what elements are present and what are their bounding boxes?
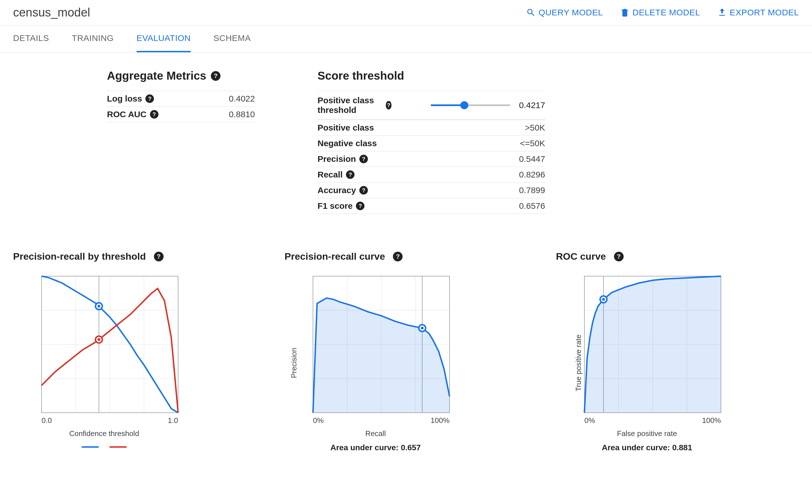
help-icon[interactable]: ? (356, 202, 364, 210)
svg-point-35 (602, 298, 605, 301)
threshold-slider-label: Positive class threshold ? (318, 96, 391, 115)
roc-curve-auc: Area under curve: 0.881 (567, 443, 727, 452)
metric-row: ROC AUC?0.8810 (107, 107, 255, 122)
tabs: DETAILSTRAININGEVALUATIONSCHEMA (0, 25, 812, 52)
metric-label: F1 score? (318, 201, 364, 211)
tab-evaluation[interactable]: EVALUATION (137, 25, 191, 52)
pr-curve-ylabel: Precision (290, 348, 298, 378)
metric-value: <=50K (520, 139, 545, 148)
pr-curve-chart: Precision-recall curve ? Precision 0%100… (285, 251, 527, 452)
metric-value: 0.4022 (229, 94, 255, 104)
metric-value: 0.5447 (519, 154, 545, 164)
precision-legend-swatch (82, 446, 99, 448)
trash-icon (620, 8, 630, 17)
svg-point-23 (421, 327, 424, 329)
metric-label: ROC AUC? (107, 110, 158, 119)
roc-curve-ylabel: True positive rate (574, 334, 583, 391)
metric-value: 0.8296 (519, 170, 545, 179)
delete-model-label: DELETE MODEL (632, 8, 700, 17)
svg-text:100%: 100% (431, 416, 450, 425)
pr-by-threshold-title: Precision-recall by threshold ? (13, 251, 256, 262)
tab-details[interactable]: DETAILS (13, 25, 49, 52)
svg-point-11 (98, 338, 100, 341)
metric-row: Positive class>50K (318, 120, 545, 136)
help-icon[interactable]: ? (150, 110, 158, 119)
help-icon[interactable]: ? (154, 252, 164, 261)
export-icon (717, 8, 727, 17)
query-model-label: QUERY MODEL (539, 8, 603, 17)
svg-text:100%: 100% (702, 416, 721, 425)
svg-text:0%: 0% (313, 416, 324, 425)
metric-value: 0.7899 (519, 185, 545, 195)
score-threshold-title-text: Score threshold (318, 69, 404, 82)
evaluation-content: Aggregate Metrics ? Log loss?0.4022ROC A… (0, 52, 812, 464)
pr-curve-title: Precision-recall curve ? (285, 251, 527, 262)
svg-text:0%: 0% (584, 416, 595, 425)
roc-curve-title: ROC curve ? (556, 251, 799, 262)
roc-curve-chart: ROC curve ? True positive rate 0%100% Fa… (556, 251, 799, 452)
metric-label: Precision? (318, 154, 368, 164)
pr-by-threshold-chart: Precision-recall by threshold ? 0.01.0 C… (13, 251, 256, 452)
help-icon[interactable]: ? (359, 155, 368, 163)
threshold-slider-row: Positive class threshold ? 0.4217 (318, 91, 545, 120)
help-icon[interactable]: ? (346, 170, 355, 179)
metric-label: Negative class (318, 139, 377, 148)
export-model-label: EXPORT MODEL (730, 8, 799, 17)
metric-label: Recall? (318, 170, 355, 179)
header-actions: QUERY MODEL DELETE MODEL EXPORT MODEL (526, 8, 799, 17)
metric-label: Accuracy? (318, 185, 368, 195)
threshold-slider[interactable] (431, 104, 510, 106)
pr-curve-svg: 0%100% (296, 273, 455, 427)
help-icon[interactable]: ? (614, 252, 624, 261)
query-model-button[interactable]: QUERY MODEL (526, 8, 603, 17)
svg-text:1.0: 1.0 (168, 416, 178, 425)
metric-label: Positive class (318, 123, 374, 133)
model-name: census_model (13, 6, 90, 19)
metric-value: 0.8810 (229, 110, 255, 119)
svg-text:0.0: 0.0 (42, 416, 52, 425)
metric-row: Negative class<=50K (318, 136, 545, 151)
score-threshold-title: Score threshold (318, 69, 545, 82)
tab-training[interactable]: TRAINING (72, 25, 114, 52)
metric-row: Log loss?0.4022 (107, 91, 255, 107)
metric-label: Log loss? (107, 94, 154, 104)
svg-point-9 (98, 305, 100, 308)
threshold-slider-value: 0.4217 (519, 100, 545, 110)
metric-value: 0.6576 (519, 201, 545, 211)
pr-by-threshold-svg: 0.01.0 (24, 273, 184, 427)
score-threshold-panel: Score threshold Positive class threshold… (318, 69, 545, 214)
aggregate-metrics-panel: Aggregate Metrics ? Log loss?0.4022ROC A… (107, 69, 255, 214)
export-model-button[interactable]: EXPORT MODEL (717, 8, 799, 17)
help-icon[interactable]: ? (145, 94, 154, 103)
help-icon[interactable]: ? (393, 252, 403, 261)
pr-curve-auc: Area under curve: 0.657 (296, 443, 455, 452)
roc-curve-xlabel: False positive rate (567, 429, 727, 438)
metric-row: F1 score?0.6576 (318, 198, 545, 214)
delete-model-button[interactable]: DELETE MODEL (620, 8, 700, 17)
recall-legend-swatch (110, 446, 127, 448)
header-bar: census_model QUERY MODEL DELETE MODEL EX… (0, 0, 812, 25)
metric-row: Precision?0.5447 (318, 151, 545, 167)
aggregate-metrics-title-text: Aggregate Metrics (107, 69, 206, 82)
metrics-top-row: Aggregate Metrics ? Log loss?0.4022ROC A… (13, 69, 799, 214)
roc-curve-svg: 0%100% (567, 273, 727, 427)
aggregate-metrics-title: Aggregate Metrics ? (107, 69, 255, 82)
metric-value: >50K (525, 123, 545, 133)
help-icon[interactable]: ? (211, 71, 220, 81)
metric-row: Recall?0.8296 (318, 167, 545, 183)
help-icon[interactable]: ? (359, 186, 368, 195)
pr-curve-xlabel: Recall (296, 429, 455, 438)
search-icon (526, 8, 536, 17)
tab-schema[interactable]: SCHEMA (213, 25, 251, 52)
charts-row: Precision-recall by threshold ? 0.01.0 C… (13, 251, 799, 452)
help-icon[interactable]: ? (386, 101, 391, 110)
pr-by-threshold-xlabel: Confidence threshold (24, 429, 184, 438)
metric-row: Accuracy?0.7899 (318, 183, 545, 198)
